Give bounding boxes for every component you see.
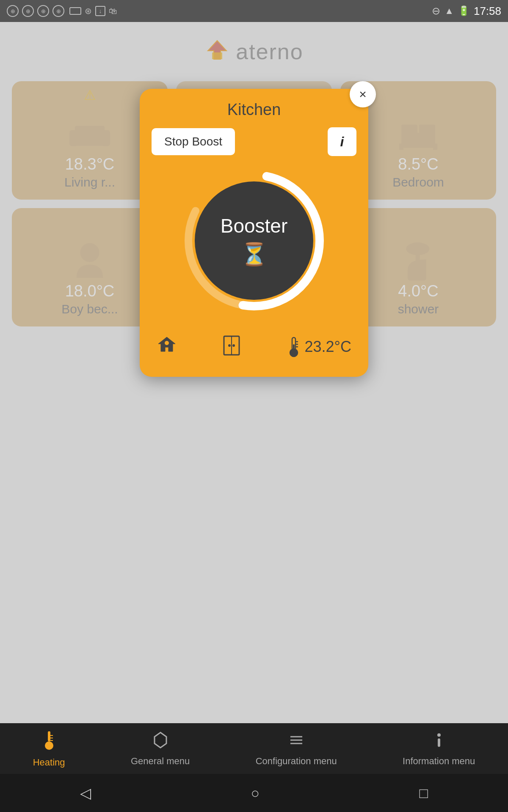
stop-boost-button[interactable]: Stop Boost bbox=[152, 128, 235, 155]
svg-rect-35 bbox=[48, 731, 50, 741]
svg-point-31 bbox=[290, 349, 298, 357]
close-button[interactable]: × bbox=[350, 81, 376, 107]
info-label: Information menu bbox=[403, 756, 475, 767]
bottom-nav: Heating General menu Configuration menu … bbox=[0, 723, 508, 774]
living-name: Living r... bbox=[64, 175, 115, 189]
recents-button[interactable]: □ bbox=[420, 785, 428, 801]
download-icon: ↓ bbox=[95, 6, 105, 16]
svg-point-23 bbox=[165, 341, 169, 345]
close-icon: × bbox=[359, 87, 367, 102]
config-label: Configuration menu bbox=[256, 756, 337, 767]
modal-footer: 23.2°C bbox=[140, 329, 368, 364]
temperature-display: 23.2°C bbox=[286, 336, 351, 358]
svg-rect-2 bbox=[212, 52, 222, 59]
svg-point-43 bbox=[437, 733, 441, 737]
dial-outer[interactable]: Booster ⏳ bbox=[182, 169, 326, 313]
svg-rect-44 bbox=[438, 738, 440, 747]
modal-toolbar: Stop Boost i bbox=[140, 123, 368, 165]
battery-icon: 🔋 bbox=[458, 5, 469, 16]
bedroom-icon bbox=[397, 114, 439, 158]
svg-rect-14 bbox=[433, 144, 437, 150]
booster-modal: Kitchen × Stop Boost i Booster ⏳ bbox=[140, 89, 368, 377]
booster-dial-container: Booster ⏳ bbox=[140, 165, 368, 329]
living-room-icon bbox=[69, 114, 111, 158]
app-header: aterno bbox=[0, 22, 508, 81]
home-button[interactable]: ○ bbox=[251, 785, 260, 801]
modal-title: Kitchen bbox=[227, 101, 281, 119]
wifi-icon: ▲ bbox=[444, 5, 454, 16]
heating-label: Heating bbox=[33, 757, 65, 768]
svg-rect-6 bbox=[75, 126, 105, 132]
general-menu-icon bbox=[151, 731, 170, 753]
nav-item-general[interactable]: General menu bbox=[131, 731, 190, 767]
shower-name: shower bbox=[398, 302, 439, 316]
clock: 17:58 bbox=[474, 5, 501, 18]
status-right: ⊖ ▲ 🔋 17:58 bbox=[432, 5, 501, 18]
alert-icon: ⚠ bbox=[84, 87, 96, 103]
boy-bed-icon bbox=[69, 241, 111, 285]
svg-rect-12 bbox=[419, 125, 435, 137]
image-icon bbox=[69, 7, 81, 15]
home-svg bbox=[157, 335, 177, 355]
home-icon[interactable] bbox=[157, 335, 177, 359]
info-icon: i bbox=[340, 134, 344, 150]
svg-point-36 bbox=[45, 741, 53, 750]
hourglass-icon: ⏳ bbox=[240, 241, 268, 267]
info-menu-icon bbox=[430, 731, 448, 753]
android-nav: ◁ ○ □ bbox=[0, 774, 508, 812]
modal-header: Kitchen × bbox=[140, 89, 368, 123]
bag-icon: 🛍 bbox=[109, 6, 117, 16]
svg-rect-13 bbox=[399, 144, 403, 150]
svg-point-28 bbox=[232, 344, 235, 347]
logo-icon bbox=[204, 39, 230, 64]
thermometer-icon bbox=[286, 336, 301, 358]
app-name: aterno bbox=[236, 39, 303, 64]
booster-label: Booster bbox=[221, 214, 288, 237]
nav-item-config[interactable]: Configuration menu bbox=[256, 731, 337, 767]
temperature-value: 23.2°C bbox=[305, 338, 351, 356]
notif-2: ⊕ bbox=[22, 5, 34, 17]
door-icon[interactable] bbox=[221, 334, 243, 360]
shower-icon bbox=[397, 241, 439, 285]
status-bar: ⊕ ⊕ ⊕ ⊕ ⊛ ↓ 🛍 ⊖ ▲ 🔋 17:58 bbox=[0, 0, 508, 22]
svg-rect-5 bbox=[102, 130, 110, 146]
minus-icon: ⊖ bbox=[432, 5, 440, 17]
bedroom-name: Bedroom bbox=[392, 175, 444, 189]
nav-item-info[interactable]: Information menu bbox=[403, 731, 475, 767]
notification-icons: ⊕ ⊕ ⊕ ⊕ ⊛ ↓ 🛍 bbox=[7, 5, 117, 17]
svg-rect-4 bbox=[69, 130, 78, 146]
general-label: General menu bbox=[131, 756, 190, 767]
info-button[interactable]: i bbox=[328, 127, 356, 156]
notif-3: ⊕ bbox=[37, 5, 49, 17]
svg-point-27 bbox=[228, 344, 231, 347]
svg-point-15 bbox=[80, 243, 99, 262]
door-svg bbox=[221, 334, 243, 356]
svg-rect-11 bbox=[401, 125, 417, 137]
notif-1: ⊕ bbox=[7, 5, 19, 17]
heating-icon bbox=[41, 730, 57, 754]
back-button[interactable]: ◁ bbox=[80, 785, 91, 801]
logo: aterno bbox=[204, 39, 303, 64]
svg-point-17 bbox=[406, 242, 429, 255]
config-menu-icon bbox=[287, 731, 306, 753]
map-icon: ⊛ bbox=[85, 6, 92, 16]
notif-4: ⊕ bbox=[52, 5, 64, 17]
nav-item-heating[interactable]: Heating bbox=[33, 730, 65, 768]
dial-inner: Booster ⏳ bbox=[195, 181, 313, 300]
boy-bed-name: Boy bec... bbox=[61, 302, 118, 316]
